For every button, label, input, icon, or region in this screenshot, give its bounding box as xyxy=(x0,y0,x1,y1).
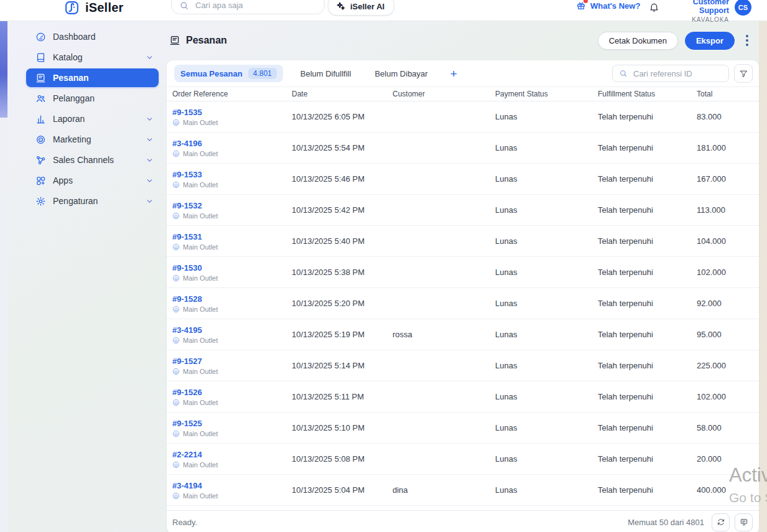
order-reference-link[interactable]: #3-4196 xyxy=(172,139,202,148)
outlet-label: Main Outlet xyxy=(172,212,292,220)
sidebar-item-katalog[interactable]: Katalog xyxy=(26,48,159,67)
account-menu[interactable]: Customer Support KAVALOKA xyxy=(668,0,729,23)
order-total: 181.000 xyxy=(697,143,751,152)
iseller-ai-label: iSeller AI xyxy=(350,2,384,11)
refresh-button[interactable] xyxy=(712,513,730,531)
filter-button[interactable] xyxy=(734,64,753,83)
sidebar-item-pengaturan[interactable]: Pengaturan xyxy=(26,192,159,210)
panel-lines-icon xyxy=(740,518,748,526)
column-panel-button[interactable] xyxy=(735,513,753,531)
global-search-input[interactable] xyxy=(194,0,309,11)
payment-status: Lunas xyxy=(495,454,598,464)
column-header-date[interactable]: Date xyxy=(292,90,393,98)
order-date: 10/13/2025 6:05 PM xyxy=(292,112,393,121)
order-total: 92.000 xyxy=(697,299,751,308)
sidebar-item-laporan[interactable]: Laporan xyxy=(26,110,159,128)
tab-belum-difullfill[interactable]: Belum Difullfill xyxy=(294,65,358,82)
order-reference-link[interactable]: #9-1535 xyxy=(172,108,202,117)
order-reference-link[interactable]: #9-1532 xyxy=(172,201,202,210)
order-date: 10/13/2025 5:42 PM xyxy=(292,205,393,215)
order-reference-link[interactable]: #3-4195 xyxy=(172,325,202,335)
tab-semua-pesanan[interactable]: Semua Pesanan 4.801 xyxy=(174,65,283,82)
payment-status: Lunas xyxy=(495,174,598,184)
whats-new-button[interactable]: What's New? xyxy=(576,1,640,11)
reference-search[interactable] xyxy=(612,65,729,82)
sidebar-item-dashboard[interactable]: Dashboard xyxy=(26,27,159,46)
chart-icon xyxy=(35,114,46,124)
sidebar-item-marketing[interactable]: Marketing xyxy=(26,130,159,149)
order-total: 102.000 xyxy=(697,392,751,401)
table-row[interactable]: #9-1525 Main Outlet 10/13/2025 5:10 PM xyxy=(167,413,759,444)
sidebar-item-sales-channels[interactable]: Sales Channels xyxy=(26,151,159,169)
book-icon xyxy=(35,52,46,63)
outlet-icon xyxy=(172,306,180,313)
table-row[interactable]: #9-1535 Main Outlet 10/13/2025 6:05 PM xyxy=(167,101,759,133)
table-row[interactable]: #3-4194 Main Outlet 10/13/2025 5:04 PM d… xyxy=(167,475,759,506)
order-date: 10/13/2025 5:54 PM xyxy=(292,143,393,152)
order-reference-link[interactable]: #9-1530 xyxy=(172,263,202,273)
reference-search-input[interactable] xyxy=(632,68,722,79)
table-row[interactable]: #9-1530 Main Outlet 10/13/2025 5:38 PM xyxy=(167,257,759,288)
sidebar-item-pelanggan[interactable]: Pelanggan xyxy=(26,89,159,108)
table-row[interactable]: #9-1532 Main Outlet 10/13/2025 5:42 PM xyxy=(167,195,759,226)
table-row[interactable]: #2-2214 Main Outlet 10/13/2025 5:08 PM xyxy=(167,444,759,475)
fulfillment-status: Telah terpenuhi xyxy=(598,205,697,215)
order-date: 10/13/2025 5:19 PM xyxy=(292,330,393,339)
print-documents-button[interactable]: Cetak Dokumen xyxy=(598,32,678,50)
fulfillment-status: Telah terpenuhi xyxy=(598,268,697,277)
tab-count-badge: 4.801 xyxy=(248,68,277,79)
bell-icon[interactable] xyxy=(649,2,659,12)
sidebar-item-label: Pengaturan xyxy=(53,196,98,206)
sidebar-item-label: Pelanggan xyxy=(53,93,95,103)
table-row[interactable]: #3-4195 Main Outlet 10/13/2025 5:19 PM r… xyxy=(167,319,759,350)
load-info: Memuat 50 dari 4801 xyxy=(628,518,704,527)
order-reference-link[interactable]: #9-1526 xyxy=(172,388,202,397)
table-row[interactable]: #9-1526 Main Outlet 10/13/2025 5:11 PM xyxy=(167,381,759,413)
orders-doc-icon xyxy=(169,35,180,46)
sidebar-item-pesanan[interactable]: Pesanan xyxy=(26,68,159,87)
order-reference-link[interactable]: #9-1531 xyxy=(172,232,202,241)
column-header-payment-status[interactable]: Payment Status xyxy=(495,90,598,98)
tabs-row: Semua Pesanan 4.801 Belum Difullfill Bel… xyxy=(167,60,759,87)
order-date: 10/13/2025 5:40 PM xyxy=(292,236,393,246)
order-date: 10/13/2025 5:04 PM xyxy=(292,485,393,495)
order-reference-link[interactable]: #9-1527 xyxy=(172,357,202,366)
outlet-icon xyxy=(172,399,180,406)
iseller-ai-button[interactable]: iSeller AI xyxy=(328,0,394,16)
column-header-customer[interactable]: Customer xyxy=(393,90,495,98)
tab-belum-dibayar[interactable]: Belum Dibayar xyxy=(368,65,434,82)
notification-dot xyxy=(583,0,588,3)
table-row[interactable]: #9-1533 Main Outlet 10/13/2025 5:46 PM xyxy=(167,164,759,195)
add-tab-button[interactable]: + xyxy=(447,67,461,81)
payment-status: Lunas xyxy=(495,485,598,495)
order-total: 167.000 xyxy=(697,174,751,184)
outlet-label: Main Outlet xyxy=(172,492,292,500)
sidebar-item-label: Marketing xyxy=(53,134,91,144)
outlet-icon xyxy=(172,150,180,157)
outlet-label: Main Outlet xyxy=(172,274,292,282)
sidebar-item-apps[interactable]: Apps xyxy=(26,171,159,190)
order-reference-link[interactable]: #9-1525 xyxy=(172,419,202,428)
column-header-fulfillment-status[interactable]: Fulfillment Status xyxy=(598,90,697,98)
payment-status: Lunas xyxy=(495,361,598,370)
table-row[interactable]: #9-1528 Main Outlet 10/13/2025 5:20 PM xyxy=(167,288,759,319)
table-row[interactable]: #9-1527 Main Outlet 10/13/2025 5:14 PM xyxy=(167,350,759,381)
global-search[interactable] xyxy=(171,0,325,14)
order-reference-link[interactable]: #3-4194 xyxy=(172,481,202,490)
status-bar: Ready. Memuat 50 dari 4801 xyxy=(167,510,759,532)
column-header-total[interactable]: Total xyxy=(697,90,751,98)
page-header: Pesanan Cetak Dokumen Ekspor xyxy=(167,21,759,54)
table-row[interactable]: #9-1531 Main Outlet 10/13/2025 5:40 PM xyxy=(167,226,759,257)
table-row[interactable]: #3-4196 Main Outlet 10/13/2025 5:54 PM xyxy=(167,133,759,164)
order-reference-link[interactable]: #9-1533 xyxy=(172,170,202,179)
more-options-icon[interactable] xyxy=(741,32,753,49)
brand[interactable]: iSeller xyxy=(64,0,123,16)
sidebar-item-label: Laporan xyxy=(53,114,85,124)
order-reference-link[interactable]: #2-2214 xyxy=(172,450,202,459)
avatar[interactable]: CS xyxy=(735,0,751,16)
export-button[interactable]: Ekspor xyxy=(685,32,735,50)
column-header-order-reference[interactable]: Order Reference xyxy=(172,90,292,98)
order-reference-link[interactable]: #9-1528 xyxy=(172,294,202,304)
whats-new-label: What's New? xyxy=(590,1,640,11)
outlet-icon xyxy=(172,461,180,469)
